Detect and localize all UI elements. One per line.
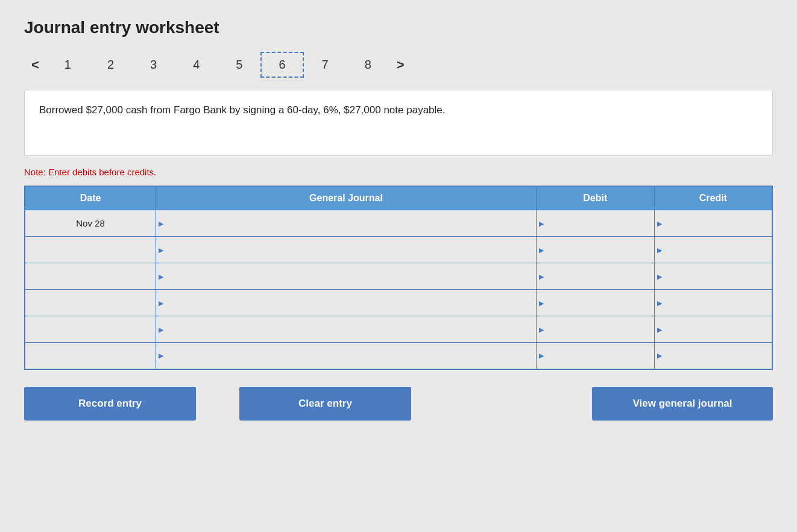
table-row [25,316,772,343]
nav-item-3[interactable]: 3 [132,52,175,78]
input-debit-1[interactable] [537,237,654,263]
cell-debit-5[interactable] [536,343,654,369]
input-credit-1[interactable] [655,237,772,263]
cell-debit-3[interactable] [536,290,654,316]
view-general-journal-button[interactable]: View general journal [592,387,773,421]
input-credit-2[interactable] [655,263,772,289]
nav-item-1[interactable]: 1 [46,52,89,78]
cell-journal-4[interactable] [156,316,537,343]
nav-item-8[interactable]: 8 [347,52,389,78]
input-journal-5[interactable] [156,343,536,369]
table-row [25,263,772,290]
input-journal-4[interactable] [156,316,536,342]
cell-date-0: Nov 28 [25,210,156,237]
nav-prev-arrow[interactable]: < [24,54,46,77]
input-journal-2[interactable] [156,263,536,289]
table-row [25,343,772,369]
page-title: Journal entry worksheet [24,18,773,37]
input-credit-3[interactable] [655,290,772,316]
cell-journal-0[interactable] [156,210,537,237]
cell-date-5 [25,343,156,369]
input-debit-0[interactable] [537,210,654,236]
cell-credit-3[interactable] [654,290,772,316]
col-header-general-journal: General Journal [156,186,537,210]
cell-debit-2[interactable] [536,263,654,290]
nav-item-6[interactable]: 6 [260,52,303,78]
cell-date-3 [25,290,156,316]
cell-date-2 [25,263,156,290]
note-text: Note: Enter debits before credits. [24,167,773,177]
description-box: Borrowed $27,000 cash from Fargo Bank by… [24,90,773,156]
cell-journal-2[interactable] [156,263,537,290]
input-credit-5[interactable] [655,343,772,369]
nav-next-arrow[interactable]: > [389,54,412,77]
table-row [25,290,772,316]
cell-debit-1[interactable] [536,237,654,263]
input-credit-0[interactable] [655,210,772,236]
journal-table: Date General Journal Debit Credit Nov 28 [24,186,773,370]
input-debit-2[interactable] [537,263,654,289]
record-entry-button[interactable]: Record entry [24,387,196,421]
table-row [25,237,772,263]
cell-debit-4[interactable] [536,316,654,343]
cell-date-4 [25,316,156,343]
input-debit-3[interactable] [537,290,654,316]
nav-bar: < 1 2 3 4 5 6 7 8 > [24,52,773,78]
cell-credit-5[interactable] [654,343,772,369]
button-row: Record entry Clear entry View general jo… [24,387,773,421]
input-credit-4[interactable] [655,316,772,342]
input-journal-3[interactable] [156,290,536,316]
cell-journal-3[interactable] [156,290,537,316]
input-journal-1[interactable] [156,237,536,263]
col-header-credit: Credit [654,186,772,210]
cell-journal-5[interactable] [156,343,537,369]
cell-credit-1[interactable] [654,237,772,263]
nav-item-5[interactable]: 5 [218,52,260,78]
input-debit-4[interactable] [537,316,654,342]
nav-item-4[interactable]: 4 [175,52,218,78]
input-journal-0[interactable] [156,210,536,236]
nav-item-2[interactable]: 2 [89,52,132,78]
input-debit-5[interactable] [537,343,654,369]
cell-credit-4[interactable] [654,316,772,343]
cell-journal-1[interactable] [156,237,537,263]
clear-entry-button[interactable]: Clear entry [239,387,411,421]
cell-credit-0[interactable] [654,210,772,237]
cell-credit-2[interactable] [654,263,772,290]
col-header-debit: Debit [536,186,654,210]
cell-debit-0[interactable] [536,210,654,237]
col-header-date: Date [25,186,156,210]
nav-item-7[interactable]: 7 [304,52,347,78]
table-row: Nov 28 [25,210,772,237]
cell-date-1 [25,237,156,263]
